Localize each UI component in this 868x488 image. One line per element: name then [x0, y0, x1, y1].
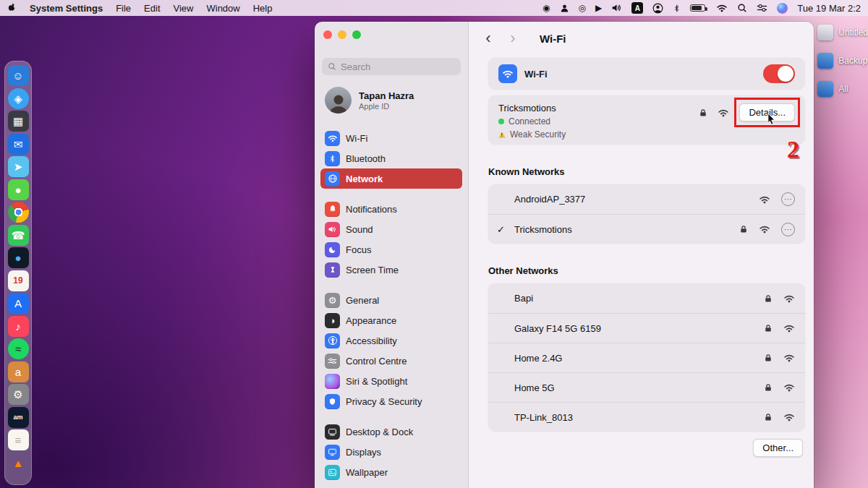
- search-input[interactable]: [341, 61, 468, 72]
- zoom-button[interactable]: [352, 30, 361, 39]
- sidebar-item-desktop-dock[interactable]: Desktop & Dock: [320, 421, 462, 442]
- sidebar-item-appearance[interactable]: ◑ Appearance: [320, 310, 462, 330]
- wifi-toggle[interactable]: [763, 64, 795, 83]
- screen-record-icon[interactable]: ◉: [542, 0, 550, 16]
- account-icon[interactable]: [652, 0, 663, 16]
- volume-icon[interactable]: [611, 0, 622, 16]
- sidebar-item-accessibility[interactable]: Accessibility: [320, 330, 462, 351]
- sidebar-item-privacy-security[interactable]: Privacy & Security: [320, 391, 462, 411]
- forward-icon[interactable]: ›: [505, 31, 521, 46]
- dock-amazon-music[interactable]: am: [8, 407, 29, 428]
- dock-chrome[interactable]: [8, 202, 29, 223]
- dock-notes[interactable]: ≡: [8, 429, 29, 450]
- input-source-icon[interactable]: A: [631, 2, 643, 14]
- sidebar-item-general[interactable]: ⚙ General: [320, 290, 462, 310]
- dock: ☺ ◈ ▦ ✉ ➤ ● ☎ ● 19 A ♪ ≈ a ⚙ am ≡ ▲: [4, 61, 32, 485]
- whatsapp-icon: ☎: [12, 230, 25, 241]
- desktop-dock-icon: [325, 424, 340, 440]
- back-icon[interactable]: ‹: [480, 31, 496, 46]
- hourglass-icon: [325, 262, 340, 278]
- sidebar-item-sound[interactable]: Sound: [320, 219, 462, 239]
- menubar-app-name[interactable]: System Settings: [30, 3, 103, 14]
- dock-app-store[interactable]: A: [8, 293, 29, 314]
- battery-icon[interactable]: [690, 0, 707, 16]
- other-network-row[interactable]: Home 2.4G: [488, 343, 805, 372]
- sidebar-item-control-centre[interactable]: Control Centre: [320, 351, 462, 371]
- dock-twitter[interactable]: ●: [8, 247, 29, 268]
- dock-safari[interactable]: ◈: [8, 88, 29, 109]
- desktop-item-backup[interactable]: Backup: [814, 53, 868, 69]
- dock-whatsapp[interactable]: ☎: [8, 225, 29, 246]
- dock-launchpad[interactable]: ▦: [8, 111, 29, 132]
- sidebar-item-focus[interactable]: Focus: [320, 239, 462, 260]
- dock-spotify[interactable]: ≈: [8, 338, 29, 359]
- sidebar-item-screen-time[interactable]: Screen Time: [320, 260, 462, 280]
- sidebar-item-notifications[interactable]: Notifications: [320, 199, 462, 219]
- user-icon[interactable]: [560, 0, 569, 16]
- desktop-item-untitled[interactable]: Untitled: [814, 25, 868, 40]
- known-network-row[interactable]: AndroidAP_3377 ⋯: [488, 184, 805, 214]
- sidebar-item-wifi[interactable]: Wi-Fi: [320, 128, 462, 148]
- sidebar-item-bluetooth[interactable]: Bluetooth: [320, 148, 462, 168]
- sidebar-item-wallpaper[interactable]: Wallpaper: [320, 462, 462, 482]
- dock-vlc[interactable]: ▲: [8, 453, 29, 474]
- other-network-row[interactable]: Galaxy F14 5G 6159: [488, 313, 805, 343]
- search-field[interactable]: [322, 58, 461, 75]
- known-network-row[interactable]: ✓ Tricksmotions ⋯: [488, 214, 805, 244]
- close-button[interactable]: [323, 30, 332, 39]
- other-network-button[interactable]: Other...: [753, 439, 803, 457]
- other-network-row[interactable]: Bapi: [488, 283, 805, 313]
- menu-help[interactable]: Help: [253, 3, 273, 14]
- play-icon[interactable]: ▶: [595, 0, 602, 16]
- profile-row[interactable]: Tapan Hazra Apple ID: [320, 75, 462, 118]
- sidebar-item-label: Desktop & Dock: [346, 427, 413, 437]
- sidebar-item-label: Notifications: [346, 204, 397, 215]
- more-options-button[interactable]: ⋯: [781, 223, 795, 236]
- lock-icon: [764, 383, 773, 392]
- dock-calendar[interactable]: 19: [8, 270, 29, 291]
- shazam-icon[interactable]: ◎: [579, 0, 586, 16]
- spotlight-icon[interactable]: [737, 0, 747, 16]
- menu-view[interactable]: View: [174, 3, 194, 14]
- dock-system-settings[interactable]: ⚙: [8, 384, 29, 405]
- other-network-row[interactable]: TP-Link_8013: [488, 402, 805, 432]
- sidebar-item-label: Wallpaper: [346, 467, 388, 478]
- dock-amazon[interactable]: a: [8, 361, 29, 382]
- sidebar-item-siri-spotlight[interactable]: Siri & Spotlight: [320, 371, 462, 391]
- menubar-clock[interactable]: Tue 19 Mar 2:2: [797, 3, 861, 14]
- amazon-icon: a: [15, 367, 21, 377]
- desktop-item-label: Backup: [838, 56, 867, 66]
- amazon-music-icon: am: [13, 414, 22, 421]
- desktop-icons: Untitled Backup All: [814, 25, 868, 109]
- control-center-icon[interactable]: [757, 0, 767, 16]
- accessibility-icon: [325, 333, 340, 348]
- desktop-item-all[interactable]: All: [814, 81, 868, 97]
- apple-logo-icon[interactable]: [7, 0, 17, 16]
- menu-window[interactable]: Window: [206, 3, 239, 14]
- checkmark-icon: ✓: [497, 224, 514, 235]
- dock-music[interactable]: ♪: [8, 316, 29, 337]
- menu-edit[interactable]: Edit: [144, 3, 160, 14]
- lock-icon: [764, 294, 773, 303]
- dock-finder[interactable]: ☺: [8, 65, 29, 86]
- sidebar-item-network[interactable]: Network: [320, 168, 462, 189]
- desktop-item-label: Untitled: [838, 27, 868, 38]
- dock-messages[interactable]: ●: [8, 179, 29, 200]
- dock-maps[interactable]: ➤: [8, 156, 29, 177]
- moon-icon: [325, 242, 340, 257]
- sidebar-item-label: General: [346, 295, 379, 306]
- profile-name: Tapan Hazra: [359, 90, 414, 101]
- siri-icon[interactable]: [777, 0, 788, 16]
- lock-icon: [764, 324, 773, 333]
- more-options-button[interactable]: ⋯: [781, 192, 795, 206]
- folder-icon: [817, 81, 833, 97]
- wifi-icon[interactable]: [716, 0, 728, 16]
- minimize-button[interactable]: [338, 30, 346, 39]
- menu-file[interactable]: File: [116, 3, 131, 14]
- bluetooth-icon[interactable]: [673, 0, 681, 16]
- wifi-label: Wi-Fi: [524, 69, 548, 80]
- sidebar-item-displays[interactable]: Displays: [320, 442, 462, 462]
- page-title: Wi-Fi: [540, 33, 566, 45]
- other-network-row[interactable]: Home 5G: [488, 372, 805, 402]
- dock-mail[interactable]: ✉: [8, 134, 29, 155]
